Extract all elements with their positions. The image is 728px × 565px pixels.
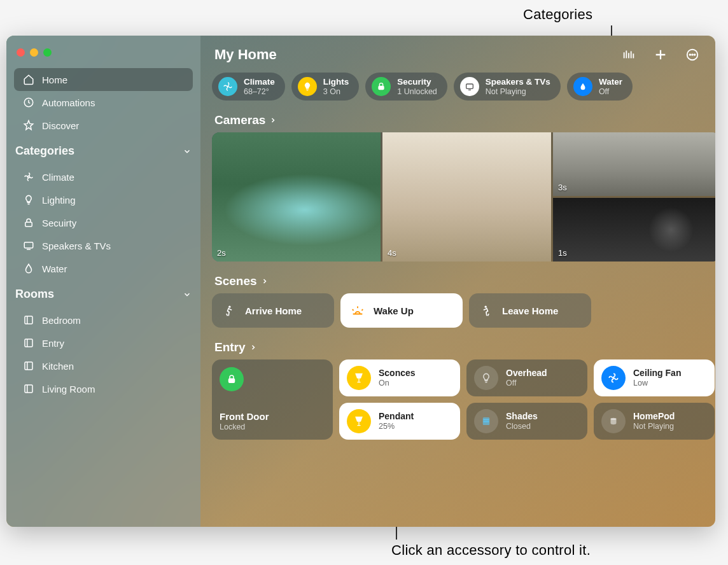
sidebar-item-label: Home	[42, 74, 67, 85]
svg-point-16	[485, 306, 487, 308]
category-label: Security	[397, 77, 437, 87]
tv-icon	[22, 239, 36, 253]
sidebar-item-bedroom[interactable]: Bedroom	[14, 309, 193, 331]
sidebar-item-kitchen[interactable]: Kitchen	[14, 354, 193, 377]
section-scenes[interactable]: Scenes	[200, 270, 715, 293]
svg-point-15	[228, 306, 230, 308]
sunrise-icon	[349, 302, 366, 319]
scene-wake-up[interactable]: Wake Up	[340, 293, 463, 328]
scene-label: Arrive Home	[245, 305, 302, 316]
main-content: My Home Climate68–72° Lights	[200, 36, 715, 527]
sidebar-item-label: Bedroom	[42, 315, 81, 326]
chevron-down-icon	[183, 147, 192, 156]
person-leave-icon	[478, 302, 494, 319]
camera-tile[interactable]: 3s	[553, 132, 715, 196]
camera-tile[interactable]: 4s	[382, 132, 551, 262]
sidebar-item-climate[interactable]: Climate	[14, 165, 193, 188]
section-title: Entry	[214, 340, 246, 354]
chevron-down-icon	[183, 290, 192, 299]
category-status: Off	[599, 87, 622, 96]
section-cameras[interactable]: Cameras	[200, 109, 715, 132]
sidebar-item-entry[interactable]: Entry	[14, 331, 193, 354]
camera-timestamp: 3s	[558, 183, 567, 192]
close-button[interactable]	[17, 48, 25, 57]
camera-tile[interactable]: 1s	[553, 198, 715, 262]
sidebar-section-title: Rooms	[15, 288, 54, 301]
scene-leave-home[interactable]: Leave Home	[469, 293, 591, 328]
accessory-status: On	[379, 379, 416, 388]
sidebar-item-speakers-tvs[interactable]: Speakers & TVs	[14, 234, 193, 257]
minimize-button[interactable]	[30, 48, 38, 57]
category-label: Climate	[244, 77, 275, 87]
water-icon	[22, 262, 36, 276]
accessory-name: HomePod	[633, 411, 675, 422]
camera-timestamp: 4s	[388, 248, 396, 258]
lamp-icon	[347, 366, 371, 390]
accessory-name: Shades	[506, 411, 538, 422]
sidebar-item-security[interactable]: Secuirty	[14, 211, 193, 234]
camera-timestamp: 2s	[217, 248, 226, 258]
accessory-pendant[interactable]: Pendant25%	[339, 403, 460, 440]
accessory-name: Sconces	[379, 368, 416, 379]
annotation-accessory: Click an accessory to control it.	[391, 542, 591, 559]
camera-tile[interactable]: 2s	[212, 132, 381, 262]
room-icon	[22, 359, 36, 373]
svg-rect-4	[25, 316, 32, 324]
category-pills: Climate68–72° Lights3 On Security1 Unloc…	[200, 70, 715, 109]
category-label: Water	[599, 77, 622, 87]
scenes-row: Arrive Home Wake Up Leave Home	[200, 293, 715, 337]
add-button[interactable]	[652, 46, 669, 64]
accessory-status: 25%	[379, 422, 414, 431]
category-label: Lights	[323, 77, 349, 87]
category-climate[interactable]: Climate68–72°	[212, 73, 285, 101]
sidebar-item-discover[interactable]: Discover	[14, 114, 193, 137]
sidebar-section-categories[interactable]: Categories	[6, 137, 200, 162]
intercom-button[interactable]	[620, 46, 638, 64]
sidebar-item-label: Water	[42, 263, 67, 274]
accessory-status: Low	[633, 379, 681, 388]
bulb-icon	[474, 366, 498, 390]
lock-icon	[372, 77, 391, 96]
sidebar-item-home[interactable]: Home	[14, 68, 193, 91]
accessory-ceiling-fan[interactable]: Ceiling FanLow	[594, 359, 715, 396]
accessory-front-door[interactable]: Front DoorLocked	[212, 359, 333, 440]
sidebar-item-label: Entry	[42, 338, 64, 349]
accessory-shades[interactable]: ShadesClosed	[466, 403, 587, 440]
svg-point-12	[227, 86, 229, 88]
chevron-right-icon	[261, 277, 269, 285]
chevron-right-icon	[249, 344, 257, 351]
sidebar-item-automations[interactable]: Automations	[14, 91, 193, 114]
svg-point-1	[28, 176, 30, 178]
category-lights[interactable]: Lights3 On	[291, 73, 360, 101]
category-security[interactable]: Security1 Unlocked	[365, 73, 447, 101]
annotation-categories: Categories	[523, 6, 592, 23]
person-walk-icon	[221, 302, 237, 319]
titlebar: My Home	[200, 36, 715, 70]
sidebar-item-label: Speakers & TVs	[42, 241, 111, 251]
category-status: 68–72°	[244, 87, 275, 96]
svg-rect-3	[24, 242, 33, 248]
maximize-button[interactable]	[43, 48, 52, 57]
sidebar-item-water[interactable]: Water	[14, 257, 193, 280]
accessory-status: Closed	[506, 422, 538, 431]
room-icon	[22, 313, 36, 327]
section-title: Cameras	[214, 113, 265, 127]
accessory-overhead[interactable]: OverheadOff	[466, 359, 587, 396]
category-speakers-tvs[interactable]: Speakers & TVsNot Playing	[454, 73, 561, 101]
sidebar-section-rooms[interactable]: Rooms	[6, 280, 200, 305]
category-water[interactable]: WaterOff	[567, 73, 633, 101]
camera-timestamp: 1s	[558, 248, 567, 258]
more-button[interactable]	[683, 46, 701, 64]
accessory-name: Pendant	[379, 411, 414, 422]
svg-rect-17	[229, 379, 235, 382]
accessory-sconces[interactable]: SconcesOn	[339, 359, 460, 396]
sidebar-item-label: Lighting	[42, 195, 76, 206]
scene-arrive-home[interactable]: Arrive Home	[212, 293, 334, 328]
accessory-homepod[interactable]: HomePodNot Playing	[594, 403, 715, 440]
section-entry[interactable]: Entry	[200, 337, 715, 359]
svg-point-18	[612, 377, 614, 379]
sidebar-item-lighting[interactable]: Lighting	[14, 188, 193, 211]
sidebar-item-living-room[interactable]: Living Room	[14, 377, 193, 400]
scene-label: Leave Home	[502, 305, 558, 316]
fan-icon	[218, 77, 237, 96]
